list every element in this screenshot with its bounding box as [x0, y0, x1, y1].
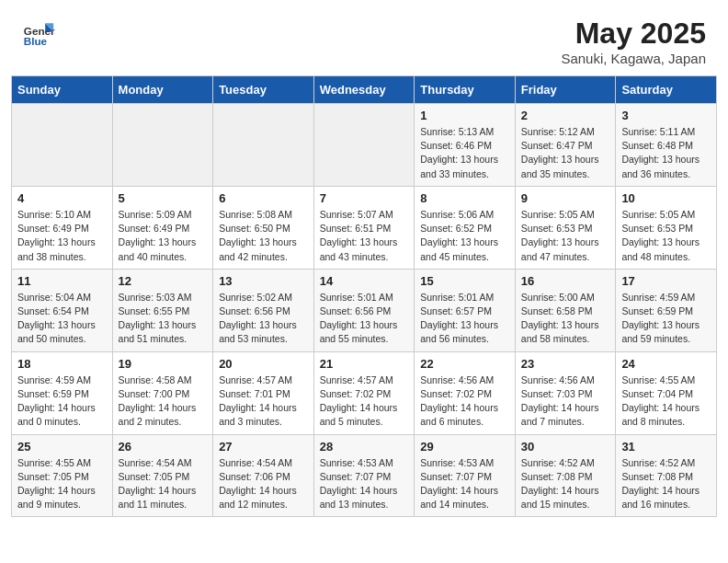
- calendar-week-row: 4Sunrise: 5:10 AMSunset: 6:49 PMDaylight…: [12, 186, 717, 269]
- day-number: 1: [420, 109, 509, 122]
- cell-content: Sunrise: 5:10 AMSunset: 6:49 PMDaylight:…: [17, 208, 107, 264]
- logo: General Blue: [22, 17, 55, 50]
- day-number: 2: [521, 109, 610, 122]
- calendar-table: Sunday Monday Tuesday Wednesday Thursday…: [11, 75, 717, 517]
- cell-content: Sunrise: 4:59 AMSunset: 6:59 PMDaylight:…: [17, 373, 107, 430]
- cell-content: Sunrise: 4:52 AMSunset: 7:08 PMDaylight:…: [521, 456, 610, 512]
- day-number: 24: [621, 357, 711, 371]
- cell-content: Sunrise: 5:11 AMSunset: 6:48 PMDaylight:…: [621, 125, 711, 181]
- col-sunday: Sunday: [12, 76, 113, 104]
- calendar-cell: [213, 104, 314, 187]
- day-number: 3: [621, 109, 711, 122]
- calendar-cell: 7Sunrise: 5:07 AMSunset: 6:51 PMDaylight…: [313, 186, 415, 269]
- col-friday: Friday: [515, 76, 616, 104]
- calendar-cell: 25Sunrise: 4:55 AMSunset: 7:05 PMDayligh…: [12, 434, 113, 517]
- cell-content: Sunrise: 4:56 AMSunset: 7:02 PMDaylight:…: [420, 373, 509, 430]
- cell-content: Sunrise: 5:02 AMSunset: 6:56 PMDaylight:…: [219, 291, 308, 347]
- day-number: 22: [420, 357, 509, 371]
- calendar-cell: 6Sunrise: 5:08 AMSunset: 6:50 PMDaylight…: [213, 186, 314, 269]
- cell-content: Sunrise: 4:56 AMSunset: 7:03 PMDaylight:…: [521, 373, 610, 430]
- cell-content: Sunrise: 5:06 AMSunset: 6:52 PMDaylight:…: [420, 208, 509, 264]
- day-number: 29: [420, 440, 509, 454]
- calendar-cell: 20Sunrise: 4:57 AMSunset: 7:01 PMDayligh…: [213, 351, 314, 434]
- day-number: 6: [219, 191, 308, 205]
- calendar-cell: 19Sunrise: 4:58 AMSunset: 7:00 PMDayligh…: [112, 351, 213, 434]
- day-number: 5: [119, 191, 208, 205]
- cell-content: Sunrise: 4:57 AMSunset: 7:01 PMDaylight:…: [219, 373, 308, 430]
- title-block: May 2025 Sanuki, Kagawa, Japan: [561, 17, 706, 66]
- day-number: 28: [320, 440, 409, 454]
- cell-content: Sunrise: 5:00 AMSunset: 6:58 PMDaylight:…: [521, 291, 610, 347]
- cell-content: Sunrise: 4:53 AMSunset: 7:07 PMDaylight:…: [320, 456, 409, 512]
- calendar-cell: 13Sunrise: 5:02 AMSunset: 6:56 PMDayligh…: [213, 269, 314, 351]
- day-number: 20: [219, 357, 308, 371]
- calendar-cell: [112, 104, 213, 187]
- day-number: 8: [420, 191, 509, 205]
- calendar-cell: 27Sunrise: 4:54 AMSunset: 7:06 PMDayligh…: [213, 434, 314, 517]
- calendar-cell: 15Sunrise: 5:01 AMSunset: 6:57 PMDayligh…: [415, 269, 516, 351]
- cell-content: Sunrise: 4:55 AMSunset: 7:05 PMDaylight:…: [17, 456, 107, 512]
- calendar-week-row: 1Sunrise: 5:13 AMSunset: 6:46 PMDaylight…: [12, 104, 717, 187]
- calendar-title: May 2025: [561, 17, 706, 51]
- day-number: 15: [420, 274, 509, 288]
- col-thursday: Thursday: [415, 76, 516, 104]
- cell-content: Sunrise: 5:08 AMSunset: 6:50 PMDaylight:…: [219, 208, 308, 264]
- calendar-cell: 17Sunrise: 4:59 AMSunset: 6:59 PMDayligh…: [616, 269, 717, 351]
- cell-content: Sunrise: 4:53 AMSunset: 7:07 PMDaylight:…: [420, 456, 509, 512]
- page-header: General Blue May 2025 Sanuki, Kagawa, Ja…: [0, 0, 728, 75]
- day-number: 10: [621, 191, 711, 205]
- cell-content: Sunrise: 4:52 AMSunset: 7:08 PMDaylight:…: [621, 456, 711, 512]
- cell-content: Sunrise: 4:59 AMSunset: 6:59 PMDaylight:…: [621, 291, 711, 347]
- calendar-cell: [12, 104, 113, 187]
- col-saturday: Saturday: [616, 76, 717, 104]
- cell-content: Sunrise: 5:04 AMSunset: 6:54 PMDaylight:…: [17, 291, 107, 347]
- calendar-cell: [313, 104, 415, 187]
- day-number: 25: [17, 440, 107, 454]
- calendar-cell: 10Sunrise: 5:05 AMSunset: 6:53 PMDayligh…: [616, 186, 717, 269]
- day-number: 30: [521, 440, 610, 454]
- cell-content: Sunrise: 5:13 AMSunset: 6:46 PMDaylight:…: [420, 125, 509, 181]
- day-number: 18: [17, 357, 107, 371]
- calendar-cell: 11Sunrise: 5:04 AMSunset: 6:54 PMDayligh…: [12, 269, 113, 351]
- calendar-container: Sunday Monday Tuesday Wednesday Thursday…: [0, 75, 728, 528]
- cell-content: Sunrise: 5:03 AMSunset: 6:55 PMDaylight:…: [119, 291, 208, 347]
- calendar-cell: 30Sunrise: 4:52 AMSunset: 7:08 PMDayligh…: [515, 434, 616, 517]
- cell-content: Sunrise: 5:05 AMSunset: 6:53 PMDaylight:…: [521, 208, 610, 264]
- cell-content: Sunrise: 5:01 AMSunset: 6:57 PMDaylight:…: [420, 291, 509, 347]
- calendar-week-row: 18Sunrise: 4:59 AMSunset: 6:59 PMDayligh…: [12, 351, 717, 434]
- col-tuesday: Tuesday: [213, 76, 314, 104]
- cell-content: Sunrise: 4:58 AMSunset: 7:00 PMDaylight:…: [119, 373, 208, 430]
- calendar-cell: 16Sunrise: 5:00 AMSunset: 6:58 PMDayligh…: [515, 269, 616, 351]
- day-number: 19: [119, 357, 208, 371]
- cell-content: Sunrise: 4:55 AMSunset: 7:04 PMDaylight:…: [621, 373, 711, 430]
- calendar-cell: 31Sunrise: 4:52 AMSunset: 7:08 PMDayligh…: [616, 434, 717, 517]
- calendar-cell: 29Sunrise: 4:53 AMSunset: 7:07 PMDayligh…: [415, 434, 516, 517]
- day-number: 16: [521, 274, 610, 288]
- calendar-cell: 26Sunrise: 4:54 AMSunset: 7:05 PMDayligh…: [112, 434, 213, 517]
- calendar-cell: 22Sunrise: 4:56 AMSunset: 7:02 PMDayligh…: [415, 351, 516, 434]
- day-number: 21: [320, 357, 409, 371]
- day-number: 13: [219, 274, 308, 288]
- calendar-location: Sanuki, Kagawa, Japan: [561, 51, 706, 66]
- cell-content: Sunrise: 5:12 AMSunset: 6:47 PMDaylight:…: [521, 125, 610, 181]
- calendar-cell: 21Sunrise: 4:57 AMSunset: 7:02 PMDayligh…: [313, 351, 415, 434]
- day-number: 11: [17, 274, 107, 288]
- calendar-cell: 24Sunrise: 4:55 AMSunset: 7:04 PMDayligh…: [616, 351, 717, 434]
- calendar-cell: 5Sunrise: 5:09 AMSunset: 6:49 PMDaylight…: [112, 186, 213, 269]
- calendar-cell: 28Sunrise: 4:53 AMSunset: 7:07 PMDayligh…: [313, 434, 415, 517]
- calendar-cell: 1Sunrise: 5:13 AMSunset: 6:46 PMDaylight…: [415, 104, 516, 187]
- calendar-cell: 8Sunrise: 5:06 AMSunset: 6:52 PMDaylight…: [415, 186, 516, 269]
- calendar-cell: 4Sunrise: 5:10 AMSunset: 6:49 PMDaylight…: [12, 186, 113, 269]
- col-wednesday: Wednesday: [313, 76, 415, 104]
- day-number: 26: [119, 440, 208, 454]
- cell-content: Sunrise: 5:01 AMSunset: 6:56 PMDaylight:…: [320, 291, 409, 347]
- calendar-cell: 23Sunrise: 4:56 AMSunset: 7:03 PMDayligh…: [515, 351, 616, 434]
- cell-content: Sunrise: 4:54 AMSunset: 7:05 PMDaylight:…: [119, 456, 208, 512]
- day-number: 12: [119, 274, 208, 288]
- day-number: 23: [521, 357, 610, 371]
- day-number: 9: [521, 191, 610, 205]
- calendar-cell: 12Sunrise: 5:03 AMSunset: 6:55 PMDayligh…: [112, 269, 213, 351]
- calendar-cell: 14Sunrise: 5:01 AMSunset: 6:56 PMDayligh…: [313, 269, 415, 351]
- day-number: 7: [320, 191, 409, 205]
- day-number: 17: [621, 274, 711, 288]
